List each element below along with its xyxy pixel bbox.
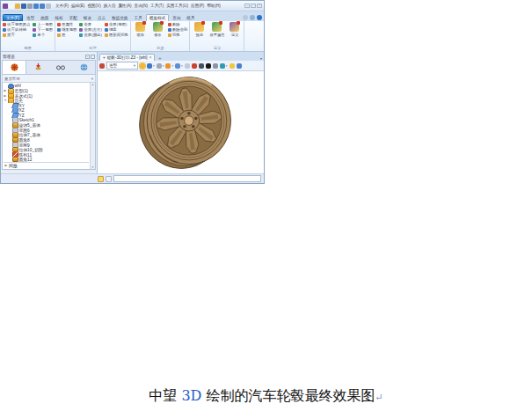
ribbon-button-预览[interactable]: 预览 — [192, 22, 207, 37]
document-tab[interactable]: + 轮毂-3D打印.Z3 - [whl] × — [99, 54, 155, 61]
ribbon-tab-曲面[interactable]: 曲面 — [38, 15, 51, 21]
chevron-down-icon[interactable]: ▾ — [226, 64, 228, 68]
ribbon-button-添加[interactable]: 添加 — [133, 22, 148, 37]
ribbon-button-删除[interactable]: 删除 — [168, 22, 188, 26]
minimize-button[interactable]: – — [244, 4, 250, 8]
ribbon-button-删除全部[interactable]: 删除全部 — [168, 27, 188, 32]
manager-header-button-0[interactable]: ≡ — [85, 55, 90, 59]
上一视图-icon — [33, 23, 36, 26]
command-input[interactable] — [113, 175, 261, 182]
background-grey-swatch[interactable] — [213, 63, 218, 69]
ribbon-button-键盘[interactable]: 键盘 — [105, 27, 128, 32]
ribbon-button-设置视图原点[interactable]: 设置视图原点 — [3, 22, 30, 26]
menu-视图(V)[interactable]: 视图(V) — [87, 4, 100, 8]
menu-实用工具(U)[interactable]: 实用工具(U) — [166, 4, 188, 8]
ribbon-button-全屏(左右)[interactable]: 全屏(左右) — [79, 27, 102, 32]
ribbon-tab-模具[interactable]: 模具 — [184, 15, 197, 21]
ribbon-button-重置[interactable]: 重置 — [3, 33, 30, 37]
view-manager-tab[interactable] — [72, 61, 95, 74]
ribbon-button-全屏[interactable]: 全屏 — [79, 22, 102, 26]
visibility-manager-tab[interactable] — [49, 61, 72, 74]
history-toggle-icon[interactable] — [106, 176, 112, 182]
app-menu-icon[interactable] — [3, 4, 8, 9]
customize-icon[interactable] — [46, 4, 51, 9]
ribbon-tab-查询[interactable]: 查询 — [170, 15, 183, 21]
mode-select[interactable]: 造型▾ — [106, 62, 138, 70]
open-file-icon[interactable] — [15, 4, 20, 9]
ribbon-button-层属性[interactable]: 层属性 — [57, 22, 77, 26]
wheel-render — [130, 71, 241, 173]
menu-应用(P)[interactable]: 应用(P) — [191, 4, 204, 8]
ribbon-button-渲染[interactable]: 渲染 — [227, 22, 242, 37]
shaded-display-icon[interactable] — [140, 63, 145, 69]
ribbon-button-下一视图[interactable]: 下一视图 — [33, 27, 53, 32]
history-manager-tab[interactable] — [3, 61, 26, 74]
close-tab-icon[interactable]: × — [149, 55, 152, 60]
ribbon-button-修改[interactable]: 修改 — [150, 22, 165, 37]
ribbon-button-全屏(侧边)[interactable]: 全屏(侧边) — [79, 33, 102, 37]
sun-light-icon[interactable] — [165, 63, 171, 69]
menu-文件(F)[interactable]: 文件(F) — [55, 4, 69, 8]
replay-section[interactable]: ▶回放 — [4, 162, 89, 168]
close-button[interactable]: × — [257, 4, 262, 8]
ribbon-tab-线框[interactable]: 线框 — [52, 15, 65, 21]
window-display-icon[interactable] — [185, 63, 190, 69]
chevron-down-icon[interactable]: ▾ — [181, 64, 183, 68]
menu-工具(T)[interactable]: 工具(T) — [150, 4, 164, 8]
viewport-3d[interactable] — [98, 71, 264, 173]
menu-插入(I)[interactable]: 插入(I) — [104, 4, 116, 8]
help-icon[interactable] — [257, 15, 262, 20]
ribbon-tab-文件(F)[interactable]: 文件(F) — [3, 14, 23, 21]
save-icon[interactable] — [21, 4, 26, 9]
light-bulb-yellow-icon[interactable] — [230, 63, 235, 69]
menu-帮助(H)[interactable]: 帮助(H) — [207, 4, 221, 8]
ribbon-tab-工具[interactable]: 工具 — [132, 15, 145, 21]
chevron-down-icon[interactable]: ▾ — [163, 64, 164, 68]
ribbon-button-切换[interactable]: 切换 — [168, 33, 188, 37]
chevron-down-icon[interactable]: ▾ — [153, 64, 155, 68]
environment-globe-icon[interactable] — [220, 63, 225, 69]
ribbon-button-层[interactable]: 层 — [57, 33, 77, 37]
undo-icon[interactable] — [33, 4, 39, 9]
new-file-icon[interactable] — [9, 4, 14, 9]
prompt-toggle-icon[interactable] — [98, 176, 104, 182]
monitor-icon[interactable] — [199, 63, 204, 69]
ribbon-button-设置属性[interactable]: 设置属性 — [209, 22, 224, 37]
ribbon-button-图形间切换[interactable]: 图形间切换 — [105, 33, 128, 37]
ribbon-button-上一视图[interactable]: 上一视图 — [33, 22, 53, 26]
ribbon-button-继承视图[interactable]: 继承视图 — [57, 27, 77, 32]
manager-header-button-1[interactable]: □ — [91, 55, 95, 59]
manager-filter[interactable]: 显示常用▾ — [2, 75, 96, 83]
menu-编辑(E)[interactable]: 编辑(E) — [71, 4, 84, 8]
tree-scrollbar[interactable]: ▲ ▼ — [90, 83, 95, 169]
chevron-down-icon[interactable]: ▾ — [171, 64, 173, 68]
ribbon-tab-数据交换[interactable]: 数据交换 — [109, 15, 130, 21]
menu-查询(N)[interactable]: 查询(N) — [135, 4, 149, 8]
ribbon-tab-视觉样式[interactable]: 视觉样式 — [146, 14, 169, 21]
ribbon-group-渲染: 预览设置属性渲染渲染 — [190, 21, 244, 51]
display-mode-icon[interactable] — [147, 63, 152, 69]
redo-icon[interactable] — [40, 4, 45, 9]
search-icon[interactable] — [250, 15, 255, 20]
assembly-manager-tab[interactable] — [26, 61, 49, 74]
red-pen-icon[interactable] — [192, 63, 197, 69]
menu-属性(A)[interactable]: 属性(A) — [118, 4, 131, 8]
scroll-down-icon: ▼ — [91, 165, 94, 169]
background-black-swatch[interactable] — [206, 63, 211, 69]
perspective-icon[interactable] — [175, 63, 180, 69]
ribbon-button-全屏(视图)[interactable]: 全屏(视图) — [105, 22, 128, 26]
manager-header-buttons: ≡□ — [85, 55, 95, 59]
ribbon-button-设置旋转轴[interactable]: 设置旋转轴 — [3, 27, 30, 32]
print-icon[interactable] — [27, 4, 33, 9]
ribbon-tab-点云[interactable]: 点云 — [95, 15, 108, 21]
ribbon-group-label: 处理 — [57, 46, 128, 51]
ribbon-tab-钣金[interactable]: 钣金 — [81, 15, 94, 21]
light-bulb-blue-icon[interactable] — [237, 63, 242, 69]
wireframe-display-icon[interactable] — [157, 63, 162, 69]
collapse-ribbon-icon[interactable] — [243, 15, 248, 20]
ribbon-tab-造型[interactable]: 造型 — [24, 15, 37, 21]
maximize-button[interactable]: □ — [251, 4, 256, 8]
ribbon-button-单个[interactable]: 单个 — [33, 33, 53, 37]
ribbon-tab-装配[interactable]: 装配 — [67, 15, 80, 21]
全屏-icon — [79, 23, 83, 26]
